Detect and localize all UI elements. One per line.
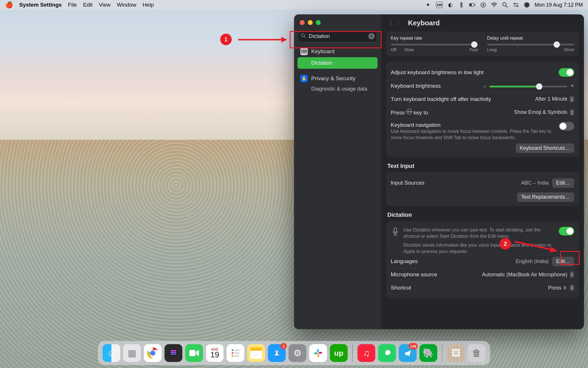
svg-point-14	[301, 34, 305, 37]
search-icon	[301, 33, 306, 39]
dictation-languages-edit-button[interactable]: Edit…	[552, 257, 574, 266]
svg-point-22	[150, 350, 155, 356]
dock-appstore-icon[interactable]: 2	[268, 344, 286, 362]
press-globe-select[interactable]: Show Emoji & Symbols ▲▼	[514, 109, 574, 116]
svg-rect-40	[314, 352, 318, 354]
dock-trash-icon[interactable]: 🗑	[468, 344, 486, 362]
content-titlebar: 〈 〉 Keyboard	[381, 14, 584, 32]
dock-settings-icon[interactable]: ⚙	[289, 344, 306, 362]
spotlight-icon[interactable]	[502, 2, 508, 8]
menu-file[interactable]: File	[68, 2, 77, 8]
screen-record-icon[interactable]	[480, 2, 486, 8]
dock-evernote-icon[interactable]: 🐘	[419, 344, 437, 362]
menubar-badge-count[interactable]: 149	[436, 2, 443, 8]
slider-tick-long: Long	[487, 47, 497, 52]
dictation-shortcut-select[interactable]: Press 🎙 ▲▼	[548, 285, 574, 291]
dock-separator	[442, 344, 442, 362]
menu-help[interactable]: Help	[143, 2, 154, 8]
menu-edit[interactable]: Edit	[83, 2, 92, 8]
annotation-arrow-2	[514, 239, 558, 254]
battery-icon[interactable]	[469, 2, 475, 8]
svg-point-30	[232, 352, 233, 354]
sidebar-subitem-diagnostic[interactable]: Diagnostic & usage data	[297, 84, 378, 92]
creative-cloud-icon[interactable]: ◐	[447, 2, 454, 8]
apple-menu-icon[interactable]: 🍎	[5, 1, 13, 9]
dock-finalcut-icon[interactable]	[165, 344, 182, 362]
svg-rect-33	[234, 355, 239, 356]
keyboard-nav-toggle[interactable]	[559, 122, 574, 131]
slider-tick-fast: Fast	[469, 47, 478, 52]
keyboard-options-panel: Adjust keyboard brightness in low light …	[386, 62, 579, 157]
dock-telegram-icon[interactable]: 149	[399, 344, 417, 362]
mic-source-label: Microphone source	[391, 271, 437, 278]
backlight-off-select[interactable]: After 1 Minute ▲▼	[535, 96, 574, 102]
key-repeat-slider[interactable]	[391, 44, 478, 45]
menubar-datetime[interactable]: Mon 19 Aug 7:12 PM	[535, 2, 583, 8]
slider-tick-short: Short	[564, 47, 574, 52]
hand-icon: ✋	[300, 75, 308, 82]
dock-finder-icon[interactable]: ☺	[102, 344, 120, 362]
dictation-toggle[interactable]	[559, 227, 574, 235]
clear-search-icon[interactable]: ✕	[368, 33, 375, 39]
keyboard-shortcuts-button[interactable]: Keyboard Shortcuts…	[516, 143, 574, 153]
backlight-off-label: Turn keyboard backlight off after inacti…	[391, 96, 491, 102]
app-name[interactable]: System Settings	[19, 2, 62, 8]
svg-rect-31	[234, 352, 239, 354]
svg-point-11	[524, 2, 529, 7]
window-controls	[297, 18, 378, 30]
press-globe-label: Press key to	[391, 109, 428, 116]
chevron-updown-icon: ▲▼	[570, 285, 574, 291]
dock-reminders-icon[interactable]	[227, 344, 244, 362]
text-input-panel: Input Sources ABC – India Edit… Text Rep…	[386, 172, 579, 206]
keyboard-nav-label: Keyboard navigation	[391, 122, 555, 128]
minimize-button[interactable]	[308, 20, 313, 25]
dock-whatsapp-icon[interactable]	[378, 344, 396, 362]
svg-rect-29	[234, 350, 239, 351]
svg-rect-2	[475, 4, 475, 5]
dock-recent-image-icon[interactable]: 🖼	[447, 344, 465, 362]
keyboard-brightness-slider[interactable]	[490, 86, 567, 87]
annotation-callout-2: 2	[500, 238, 511, 250]
sidebar-item-dictation[interactable]: Dictation	[297, 57, 378, 69]
nav-back-icon[interactable]: 〈	[386, 19, 392, 27]
key-repeat-panel: Key repeat rate Off Slow Fast Delay unti…	[386, 32, 579, 56]
mic-source-select[interactable]: Automatic (MacBook Air Microphone) ▲▼	[482, 271, 574, 278]
siri-icon[interactable]	[524, 2, 530, 8]
search-input[interactable]	[298, 30, 377, 42]
sidebar-item-privacy[interactable]: ✋ Privacy & Security	[297, 73, 378, 84]
svg-line-15	[304, 37, 306, 38]
bluetooth-icon[interactable]	[458, 2, 465, 8]
evernote-menubar-icon[interactable]: ✦	[425, 2, 431, 8]
svg-point-28	[232, 349, 233, 351]
text-replacements-button[interactable]: Text Replacements…	[517, 192, 574, 202]
sidebar-item-keyboard[interactable]: ⌨︎ Keyboard	[297, 46, 378, 57]
close-button[interactable]	[300, 20, 305, 25]
dock-notes-icon[interactable]	[247, 344, 265, 362]
svg-point-5	[503, 3, 506, 6]
dock-launchpad-icon[interactable]: ▦	[123, 344, 141, 362]
dock-chrome-icon[interactable]	[144, 344, 162, 362]
svg-rect-16	[394, 228, 396, 232]
adjust-brightness-toggle[interactable]	[559, 68, 574, 77]
input-sources-edit-button[interactable]: Edit…	[552, 178, 574, 188]
svg-line-19	[514, 241, 551, 250]
wifi-icon[interactable]	[491, 2, 497, 8]
keyboard-icon: ⌨︎	[300, 48, 308, 55]
delay-repeat-slider[interactable]	[487, 44, 575, 45]
svg-rect-34	[250, 347, 262, 351]
menu-window[interactable]: Window	[117, 2, 136, 8]
dock-slack-icon[interactable]	[309, 344, 327, 362]
dock-upwork-icon[interactable]: up	[330, 344, 348, 362]
svg-point-7	[514, 3, 515, 5]
menu-view[interactable]: View	[99, 2, 111, 8]
fullscreen-button[interactable]	[316, 20, 321, 25]
svg-point-32	[232, 355, 233, 357]
settings-sidebar: ✕ ⌨︎ Keyboard Dictation ✋ Privacy & Secu…	[294, 14, 381, 329]
dock-facetime-icon[interactable]	[185, 344, 203, 362]
keyboard-brightness-label: Keyboard brightness	[391, 83, 441, 89]
system-settings-window: ✕ ⌨︎ Keyboard Dictation ✋ Privacy & Secu…	[294, 14, 584, 329]
input-sources-label: Input Sources	[391, 180, 424, 186]
dock-music-icon[interactable]: ♫	[357, 344, 375, 362]
dock-calendar-icon[interactable]: AUG 19	[206, 344, 224, 362]
control-center-icon[interactable]	[513, 2, 519, 8]
